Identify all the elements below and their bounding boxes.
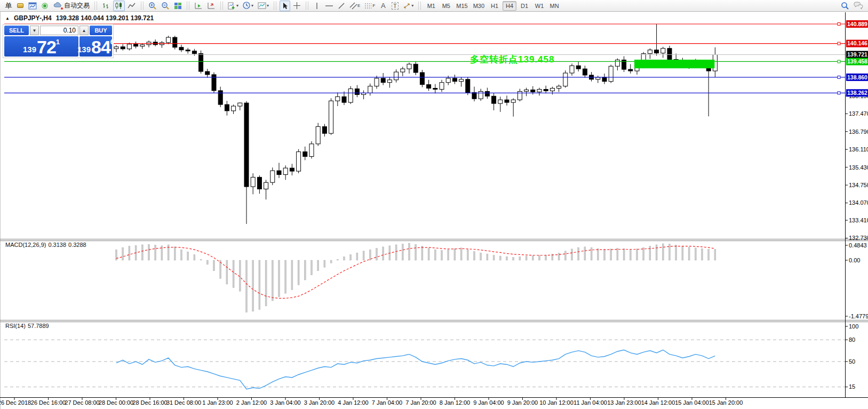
- tab-timeframe-m30[interactable]: M30: [471, 1, 487, 11]
- new-order-button[interactable]: 单: [3, 1, 14, 11]
- tab-timeframe-d1[interactable]: D1: [517, 1, 531, 11]
- equidistant-channel-button[interactable]: E: [348, 1, 362, 11]
- line-handle[interactable]: [838, 60, 840, 63]
- buy-price-panel[interactable]: 139 84 6: [79, 36, 112, 57]
- volume-input[interactable]: [41, 26, 78, 35]
- fibonacci-icon: [364, 2, 372, 10]
- horizontal-line-button[interactable]: [323, 1, 335, 11]
- time-tick-label: 3 Jan 04:00: [270, 399, 301, 406]
- price-badge-label: 139.458: [847, 58, 867, 65]
- candle-body: [277, 171, 281, 174]
- tile-windows-button[interactable]: [172, 1, 184, 11]
- macd-histogram-bar: [708, 250, 710, 260]
- chart-window-button[interactable]: [27, 1, 38, 11]
- trendline-button[interactable]: [336, 1, 347, 11]
- macd-histogram-bar: [428, 248, 429, 260]
- macd-histogram-bar: [487, 254, 488, 260]
- time-tick-label: 9 Jan 04:00: [473, 399, 504, 406]
- chart-canvas[interactable]: 138.150137.470136.790136.110135.430134.7…: [0, 0, 868, 409]
- signal-button[interactable]: [39, 1, 51, 11]
- chart-shift-button[interactable]: [205, 1, 217, 11]
- candle-body: [342, 97, 346, 102]
- volume-field: [40, 26, 78, 35]
- add-indicator-button[interactable]: ▾: [226, 1, 240, 11]
- line-handle[interactable]: [838, 23, 840, 26]
- macd-histogram-bar: [702, 248, 703, 260]
- auto-trading-button[interactable]: 自动交易: [52, 1, 91, 11]
- tab-timeframe-m5[interactable]: M5: [439, 1, 453, 11]
- zoom-out-button[interactable]: [160, 1, 171, 11]
- bar-chart-button[interactable]: [100, 1, 112, 11]
- time-tick-label: 27 Dec 08:00: [65, 399, 99, 406]
- fibonacci-button[interactable]: F: [363, 1, 377, 11]
- toolbar-grip: [418, 2, 421, 10]
- macd-tick-label: 0.4843: [849, 242, 867, 248]
- time-tick-label: 31 Dec 08:00: [166, 399, 201, 406]
- template-button[interactable]: ▾: [256, 1, 270, 11]
- tab-timeframe-h1[interactable]: H1: [488, 1, 501, 11]
- volume-decrease-button[interactable]: ▼: [30, 26, 39, 35]
- chat-bubbles-icon: [854, 2, 863, 10]
- macd-histogram-bar: [272, 260, 273, 301]
- text-button[interactable]: A: [378, 1, 388, 11]
- macd-histogram-bar: [239, 260, 241, 291]
- vertical-line-button[interactable]: [312, 1, 322, 11]
- macd-histogram-bar: [141, 245, 143, 260]
- arrows-button[interactable]: ▾: [401, 1, 415, 11]
- template-icon: [258, 2, 266, 9]
- candle-body: [316, 126, 320, 143]
- crosshair-button[interactable]: [291, 1, 302, 11]
- sell-price-panel[interactable]: 139 72 1: [4, 36, 78, 57]
- candle-body: [524, 90, 529, 91]
- macd-histogram-bar: [662, 244, 664, 260]
- gold-ingot-icon[interactable]: [15, 1, 26, 11]
- macd-histogram-bar: [285, 260, 286, 293]
- highlight-zone[interactable]: [634, 60, 714, 68]
- candle-body: [472, 92, 476, 99]
- line-handle[interactable]: [838, 92, 840, 94]
- tab-timeframe-mn[interactable]: MN: [547, 1, 561, 11]
- candle-body: [628, 69, 633, 71]
- macd-histogram-bar: [610, 249, 612, 260]
- chevron-down-icon: ▾: [267, 3, 269, 8]
- sell-button[interactable]: SELL: [4, 26, 29, 35]
- macd-indicator-label: MACD(12,26,9)0.31380.3288: [5, 242, 89, 248]
- buy-button[interactable]: BUY: [90, 26, 112, 35]
- line-chart-button[interactable]: [126, 1, 138, 11]
- tab-timeframe-w1[interactable]: W1: [532, 1, 546, 11]
- candle-body: [309, 144, 314, 157]
- candlestick-chart-button[interactable]: [113, 1, 125, 11]
- cursor-button[interactable]: [280, 1, 290, 11]
- macd-histogram-bar: [604, 250, 606, 260]
- candle-body: [602, 77, 607, 82]
- volume-increase-button[interactable]: ▲: [79, 26, 89, 35]
- candle-body: [205, 71, 210, 75]
- period-button[interactable]: ▾: [241, 1, 255, 11]
- search-button[interactable]: [839, 1, 851, 11]
- line-handle[interactable]: [838, 76, 840, 78]
- rsi-indicator-label: RSI(14)57.7889: [5, 323, 51, 329]
- candle-body: [537, 89, 541, 92]
- collapse-panel-icon[interactable]: ▲: [5, 16, 10, 21]
- text-label-button[interactable]: T: [389, 1, 400, 11]
- candle-body: [485, 91, 489, 96]
- line-handle[interactable]: [838, 42, 840, 45]
- macd-histogram-bar: [649, 246, 651, 260]
- chevron-down-icon: ▾: [411, 3, 413, 8]
- candle-body: [238, 103, 242, 106]
- time-tick-label: 10 Jan 12:00: [539, 399, 574, 406]
- tab-timeframe-m15[interactable]: M15: [454, 1, 469, 11]
- auto-scroll-button[interactable]: [193, 1, 204, 11]
- chat-button[interactable]: [852, 1, 865, 11]
- candle-body: [583, 69, 587, 75]
- vertical-line-icon: [314, 2, 320, 10]
- candle-body: [661, 49, 665, 53]
- macd-histogram-bar: [356, 253, 358, 260]
- macd-histogram-bar: [525, 256, 527, 260]
- candle-body: [615, 60, 619, 66]
- zoom-in-button[interactable]: [147, 1, 158, 11]
- candle-body: [264, 182, 268, 189]
- tab-timeframe-h4[interactable]: H4: [503, 1, 516, 11]
- tab-timeframe-m1[interactable]: M1: [424, 1, 438, 11]
- macd-histogram-bar: [148, 244, 150, 260]
